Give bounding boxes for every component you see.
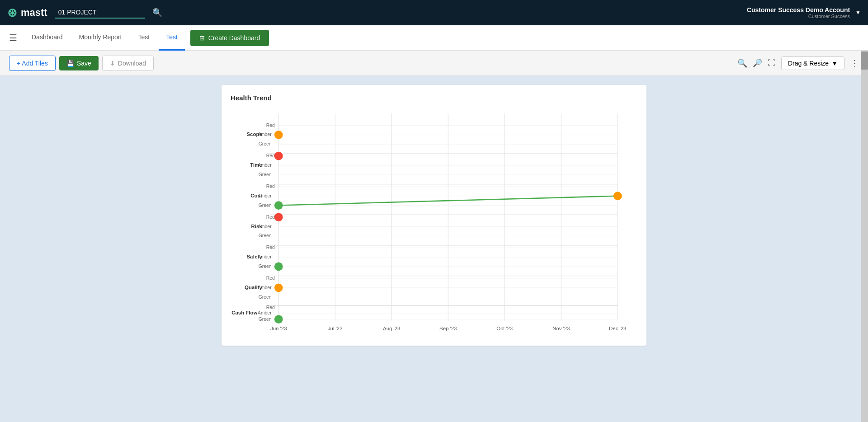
account-dropdown-arrow[interactable]: ▼ xyxy=(855,9,861,16)
svg-text:Cash Flow: Cash Flow xyxy=(231,310,257,315)
logo-icon: ⊛ xyxy=(7,6,17,20)
svg-text:Jun '23: Jun '23 xyxy=(270,326,287,331)
sub-navigation: ☰ Dashboard Monthly Report Test Test ⊞ C… xyxy=(0,25,868,51)
logo-text: mastt xyxy=(21,7,47,19)
tab-monthly-report[interactable]: Monthly Report xyxy=(72,25,129,51)
account-sub: Customer Success xyxy=(747,14,850,19)
svg-text:Red: Red xyxy=(266,184,275,189)
toolbar: + Add Tiles 💾 Save ⬇ Download 🔍 🔎 ⛶ Drag… xyxy=(0,51,868,76)
svg-text:Red: Red xyxy=(266,245,275,250)
svg-text:Dec '23: Dec '23 xyxy=(609,326,626,331)
health-trend-chart-container: Health Trend Red Amber Green xyxy=(222,85,646,346)
svg-text:Green: Green xyxy=(259,317,272,322)
scope-amber-point xyxy=(274,131,283,139)
top-navigation: ⊛ mastt 🔍 Customer Success Demo Account … xyxy=(0,0,868,25)
safety-green-point xyxy=(274,263,283,271)
svg-text:Amber: Amber xyxy=(258,310,272,315)
svg-text:Nov '23: Nov '23 xyxy=(552,326,570,331)
zoom-in-icon[interactable]: 🔍 xyxy=(737,58,747,68)
dropdown-arrow-icon: ▼ xyxy=(831,60,838,67)
svg-text:Time: Time xyxy=(250,162,262,168)
tab-dashboard[interactable]: Dashboard xyxy=(24,25,70,51)
zoom-out-icon[interactable]: 🔎 xyxy=(753,58,762,68)
toolbar-left: + Add Tiles 💾 Save ⬇ Download xyxy=(9,56,734,71)
create-dashboard-button[interactable]: ⊞ Create Dashboard xyxy=(190,30,269,46)
svg-text:Red: Red xyxy=(266,123,275,128)
svg-text:Jul '23: Jul '23 xyxy=(328,326,343,331)
svg-text:Green: Green xyxy=(259,172,272,177)
save-button[interactable]: 💾 Save xyxy=(59,56,99,70)
drag-resize-button[interactable]: Drag & Resize ▼ xyxy=(781,56,844,70)
account-name: Customer Success Demo Account xyxy=(747,6,850,14)
svg-text:Quality: Quality xyxy=(245,285,262,290)
logo: ⊛ mastt xyxy=(7,6,47,20)
grid-icon: ⊞ xyxy=(199,34,205,42)
top-nav-right: Customer Success Demo Account Customer S… xyxy=(747,6,861,19)
svg-text:Green: Green xyxy=(259,141,272,146)
cashflow-green-point xyxy=(274,315,283,324)
more-options-button[interactable]: ⋮ xyxy=(850,58,859,69)
account-info: Customer Success Demo Account Customer S… xyxy=(747,6,850,19)
download-icon: ⬇ xyxy=(110,60,115,67)
svg-text:Green: Green xyxy=(259,264,272,269)
svg-text:Cost: Cost xyxy=(250,193,262,198)
save-icon: 💾 xyxy=(66,60,74,67)
svg-text:Red: Red xyxy=(266,153,275,158)
tab-test-2[interactable]: Test xyxy=(159,25,185,51)
svg-text:Green: Green xyxy=(259,295,272,300)
time-red-point xyxy=(274,152,283,160)
chart-area: Red Amber Green Scope Red Amber Green Ti… xyxy=(231,109,637,337)
chart-title: Health Trend xyxy=(231,94,637,102)
svg-text:Red: Red xyxy=(266,215,275,220)
hamburger-menu[interactable]: ☰ xyxy=(9,33,17,43)
svg-text:Safety: Safety xyxy=(246,254,262,259)
svg-text:Scope: Scope xyxy=(246,131,262,137)
svg-text:Aug '23: Aug '23 xyxy=(383,326,400,331)
svg-text:Risk: Risk xyxy=(251,224,263,229)
right-scrollbar[interactable] xyxy=(861,51,868,422)
toolbar-right: 🔍 🔎 ⛶ Drag & Resize ▼ ⋮ xyxy=(737,56,859,70)
search-icon[interactable]: 🔍 xyxy=(152,8,162,18)
svg-text:Red: Red xyxy=(266,305,275,310)
quality-amber-point xyxy=(274,283,283,292)
add-tiles-button[interactable]: + Add Tiles xyxy=(9,56,56,71)
tab-test-1[interactable]: Test xyxy=(131,25,157,51)
svg-text:Green: Green xyxy=(259,233,272,238)
main-content: Health Trend Red Amber Green xyxy=(0,76,868,422)
health-trend-svg: Red Amber Green Scope Red Amber Green Ti… xyxy=(231,109,637,335)
top-nav-left: ⊛ mastt 🔍 xyxy=(7,6,162,20)
project-selector[interactable] xyxy=(55,7,145,19)
fullscreen-icon[interactable]: ⛶ xyxy=(768,58,776,68)
cost-amber-end xyxy=(613,192,622,200)
svg-text:Sep '23: Sep '23 xyxy=(439,326,457,331)
scrollbar-thumb[interactable] xyxy=(861,52,868,70)
download-button[interactable]: ⬇ Download xyxy=(102,56,154,71)
risk-red-point xyxy=(274,213,283,221)
svg-text:Oct '23: Oct '23 xyxy=(496,326,513,331)
svg-text:Green: Green xyxy=(259,203,272,208)
svg-text:Red: Red xyxy=(266,276,275,281)
